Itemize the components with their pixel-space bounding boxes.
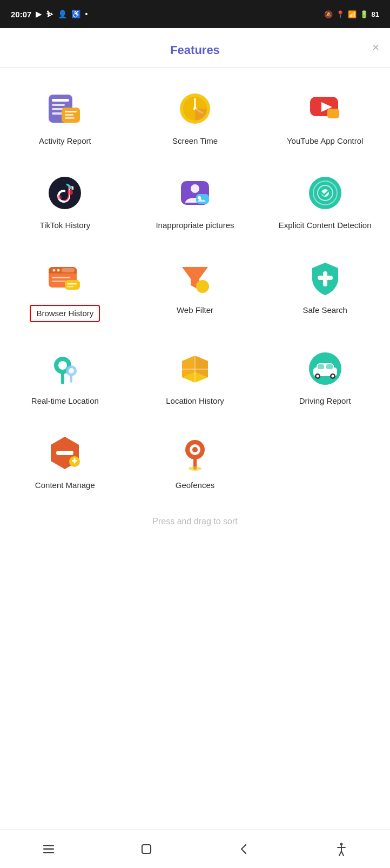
svg-point-67 (189, 466, 201, 471)
svg-rect-55 (318, 364, 324, 369)
svg-rect-56 (326, 364, 333, 369)
nav-accessibility[interactable] (325, 833, 358, 865)
nav-menu[interactable] (32, 833, 65, 865)
svg-point-18 (68, 190, 73, 195)
dot-status-icon: • (85, 10, 88, 18)
youtube-app-control-icon (306, 89, 345, 128)
svg-rect-34 (52, 277, 70, 278)
svg-point-46 (69, 368, 74, 373)
location-status-icon: 📍 (336, 10, 345, 18)
content-manage-icon (45, 433, 84, 472)
tiktok-history-icon (45, 173, 84, 212)
svg-line-77 (339, 851, 341, 856)
svg-point-17 (49, 177, 81, 209)
feature-label-realtime-location: Real-time Location (31, 396, 99, 406)
svg-rect-62 (56, 451, 73, 455)
activity-status-icon: ⛷ (46, 10, 53, 18)
svg-rect-71 (43, 848, 54, 850)
feature-label-youtube-app-control: YouTube App Control (287, 136, 364, 146)
svg-rect-16 (327, 109, 339, 118)
nav-home[interactable] (130, 833, 163, 865)
feature-item-realtime-location[interactable]: Real-time Location (0, 333, 130, 417)
feature-label-browser-history: Browser History (30, 305, 100, 322)
svg-rect-38 (67, 286, 73, 288)
wifi-icon: 📶 (348, 10, 357, 18)
svg-rect-35 (52, 281, 66, 282)
header: Features × (0, 28, 390, 68)
drag-hint: Press and drag to sort (0, 507, 390, 539)
feature-item-browser-history[interactable]: Browser History (0, 242, 130, 333)
svg-rect-65 (74, 458, 76, 464)
time: 20:07 (11, 10, 31, 19)
svg-rect-1 (52, 99, 69, 102)
activity-report-icon (45, 89, 84, 128)
close-button[interactable]: × (372, 42, 379, 54)
feature-label-activity-report: Activity Report (39, 136, 91, 146)
svg-point-44 (58, 361, 67, 370)
main-content: Features × Activ (0, 28, 390, 833)
svg-rect-6 (65, 111, 77, 112)
feature-item-activity-report[interactable]: Activity Report (0, 73, 130, 157)
realtime-location-icon (45, 349, 84, 388)
svg-rect-4 (52, 112, 63, 115)
svg-point-32 (57, 269, 60, 271)
feature-item-tiktok-history[interactable]: TikTok History (0, 157, 130, 242)
accessibility-icon (334, 842, 349, 857)
inappropriate-pictures-icon (176, 173, 214, 212)
explicit-content-detection-icon (306, 173, 345, 212)
feature-item-driving-report[interactable]: Driving Report (260, 333, 390, 417)
battery-level: 81 (372, 10, 379, 18)
svg-point-40 (196, 280, 209, 293)
geofences-icon (176, 433, 214, 472)
feature-item-location-history[interactable]: Location History (130, 333, 260, 417)
svg-point-31 (53, 269, 56, 271)
svg-rect-8 (65, 117, 75, 119)
svg-rect-70 (43, 845, 54, 846)
feature-item-screen-time[interactable]: Screen Time (130, 73, 260, 157)
svg-rect-7 (65, 114, 73, 116)
location-history-icon (176, 349, 214, 388)
browser-history-icon (45, 258, 84, 297)
driving-report-icon (306, 349, 345, 388)
svg-line-78 (341, 851, 344, 856)
feature-label-screen-time: Screen Time (172, 136, 218, 146)
svg-point-19 (57, 195, 62, 199)
svg-rect-42 (318, 276, 333, 280)
feature-label-driving-report: Driving Report (299, 396, 351, 406)
person-status-icon: 👤 (58, 10, 67, 18)
feature-label-location-history: Location History (166, 396, 224, 406)
page-title: Features (170, 43, 220, 57)
feature-item-web-filter[interactable]: Web Filter (130, 242, 260, 333)
svg-rect-22 (196, 194, 209, 204)
svg-rect-33 (62, 268, 75, 272)
feature-item-content-manage[interactable]: Content Manage (0, 417, 130, 502)
features-grid: Activity Report Screen Time (0, 68, 390, 507)
feature-item-explicit-content-detection[interactable]: Explicit Content Detection (260, 157, 390, 242)
svg-point-74 (340, 843, 342, 845)
safe-search-icon (306, 258, 345, 297)
menu-icon (41, 842, 56, 857)
feature-label-geofences: Geofences (176, 480, 215, 491)
feature-item-geofences[interactable]: Geofences (130, 417, 260, 502)
bottom-nav (0, 829, 390, 868)
feature-label-tiktok-history: TikTok History (40, 220, 91, 231)
back-icon (236, 842, 251, 857)
feature-label-explicit-content-detection: Explicit Content Detection (279, 220, 372, 231)
nav-back[interactable] (227, 833, 260, 865)
feature-label-web-filter: Web Filter (177, 305, 213, 316)
svg-rect-73 (142, 845, 151, 853)
status-bar-right: 🔕 📍 📶 🔋 81 (324, 10, 379, 18)
accessibility-status-icon: ♿ (71, 10, 80, 18)
svg-rect-36 (65, 280, 80, 290)
feature-item-youtube-app-control[interactable]: YouTube App Control (260, 73, 390, 157)
home-icon (139, 842, 154, 857)
status-bar-left: 20:07 ▶ ⛷ 👤 ♿ • (11, 10, 88, 19)
battery-icon: 🔋 (360, 10, 368, 18)
svg-rect-2 (52, 104, 65, 106)
feature-label-safe-search: Safe Search (302, 305, 347, 316)
feature-item-safe-search[interactable]: Safe Search (260, 242, 390, 333)
mute-icon: 🔕 (324, 10, 333, 18)
svg-point-69 (192, 447, 198, 452)
feature-item-inappropriate-pictures[interactable]: Inappropriate pictures (130, 157, 260, 242)
feature-label-inappropriate-pictures: Inappropriate pictures (156, 220, 234, 231)
